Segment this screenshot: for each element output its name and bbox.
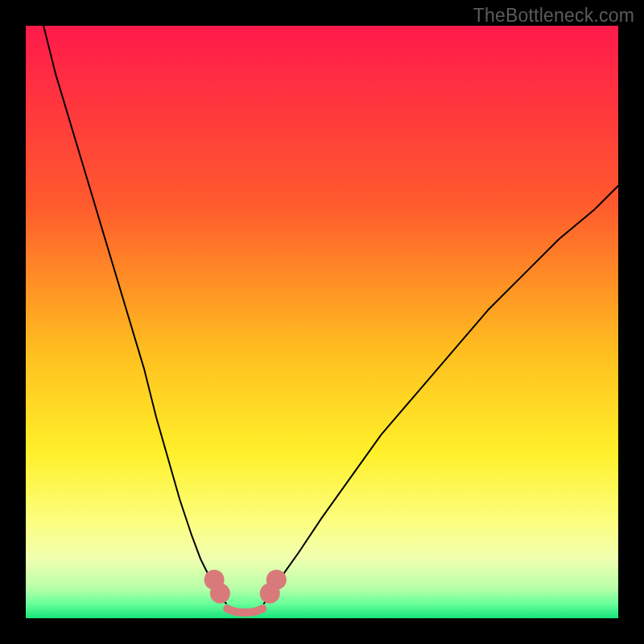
watermark-text: TheBottleneck.com [473,5,634,27]
gradient-background [26,26,618,618]
marker-right-bead-lower [260,584,280,604]
plot-area [26,26,618,618]
chart-svg [26,26,618,618]
series-valley-floor [227,609,262,612]
marker-left-bead-lower [210,584,230,604]
chart-frame: TheBottleneck.com [0,0,644,644]
